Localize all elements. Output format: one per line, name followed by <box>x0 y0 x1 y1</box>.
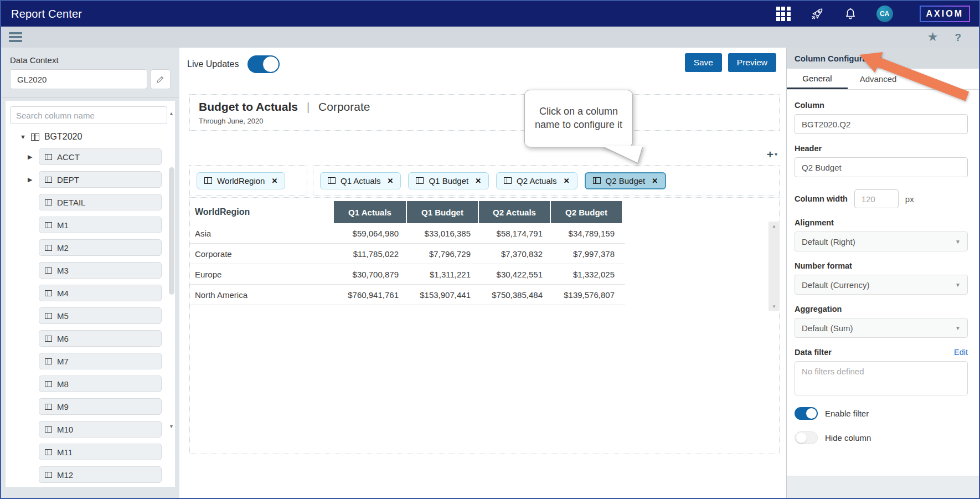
column-field[interactable] <box>795 114 968 134</box>
scroll-up-icon[interactable]: ▲ <box>768 224 780 229</box>
enable-filter-label: Enable filter <box>825 409 869 418</box>
tree-item-label: M5 <box>57 311 69 321</box>
chevron-down-icon: ▾ <box>775 151 777 157</box>
column-icon <box>45 267 52 274</box>
main-content: Live Updates Save Preview Budget to Actu… <box>179 48 786 498</box>
app-title: Report Center <box>11 8 82 20</box>
value-cell: $30,700,879 <box>334 264 406 284</box>
remove-chip-icon[interactable]: ✕ <box>475 177 481 185</box>
notifications-bell-icon[interactable] <box>843 7 858 21</box>
live-updates-toggle[interactable] <box>247 55 280 73</box>
table-header-cell[interactable]: Q2 Actuals <box>478 201 550 223</box>
tree-column-chip[interactable]: M3 <box>39 262 162 279</box>
tree-column-chip[interactable]: M9 <box>39 398 162 415</box>
value-cell: $58,174,791 <box>478 223 550 243</box>
tree-column-chip[interactable]: M2 <box>39 239 162 256</box>
remove-chip-icon[interactable]: ✕ <box>388 177 394 185</box>
menu-hamburger-icon[interactable] <box>9 32 22 42</box>
callout-tail <box>599 146 646 166</box>
chevron-right-icon[interactable]: ▶ <box>28 153 32 161</box>
column-icon <box>45 154 52 160</box>
filter-definition-box[interactable]: No filters defined <box>795 361 968 395</box>
remove-chip-icon[interactable]: ✕ <box>564 177 570 185</box>
header-field[interactable] <box>795 157 968 177</box>
table-header-cell[interactable]: Q2 Budget <box>550 201 622 223</box>
tree-column-chip[interactable]: M10 <box>39 421 162 438</box>
tree-scroll-up-icon[interactable]: ▲ <box>169 111 174 116</box>
tree-root-bgt2020[interactable]: ▼ BGT2020 <box>20 132 175 142</box>
tree-item: ▶DEPT <box>6 171 175 194</box>
column-width-input[interactable] <box>854 189 899 208</box>
tree-column-chip[interactable]: M4 <box>39 285 162 301</box>
edit-data-context-button[interactable] <box>151 69 171 89</box>
data-context-label: Data Context <box>10 55 179 65</box>
tree-scroll-down-icon[interactable]: ▼ <box>169 424 174 429</box>
tree-item-label: DETAIL <box>57 198 85 207</box>
tab-general[interactable]: General <box>787 69 848 89</box>
report-table: WorldRegionQ1 ActualsQ1 BudgetQ2 Actuals… <box>190 201 625 305</box>
data-context-input[interactable] <box>10 69 147 89</box>
chevron-down-icon[interactable]: ▼ <box>20 133 26 140</box>
tree-item: ▶ACCT <box>6 148 175 171</box>
tree-column-chip[interactable]: DETAIL <box>39 194 162 210</box>
alignment-select[interactable]: Default (Right) ▼ <box>795 232 968 251</box>
column-icon <box>593 177 601 184</box>
app-grid-icon[interactable] <box>776 7 791 21</box>
column-chip[interactable]: Q2 Actuals✕ <box>496 172 577 189</box>
column-chip[interactable]: Q1 Budget✕ <box>408 172 489 189</box>
row-label-cell: Corporate <box>190 244 334 264</box>
chevron-down-icon: ▼ <box>955 325 961 331</box>
favorite-star-icon[interactable]: ★ <box>927 31 938 43</box>
grid-scrollbar[interactable]: ▲ ▼ <box>768 222 780 311</box>
tree-column-chip[interactable]: M11 <box>39 444 162 460</box>
rocket-icon[interactable] <box>809 7 824 22</box>
tree-column-chip[interactable]: M7 <box>39 353 162 369</box>
user-avatar[interactable]: CA <box>876 6 893 22</box>
aggregation-select[interactable]: Default (Sum) ▼ <box>795 318 968 338</box>
preview-button[interactable]: Preview <box>728 53 776 72</box>
column-icon <box>45 245 52 251</box>
column-chip[interactable]: Q1 Actuals✕ <box>320 172 401 189</box>
tree-item-label: M3 <box>57 266 69 275</box>
report-title-section[interactable]: Budget to Actuals | Corporate Through Ju… <box>189 94 780 131</box>
value-cell: $7,997,378 <box>550 244 622 264</box>
header-label: Header <box>795 144 968 153</box>
tree-column-chip[interactable]: M6 <box>39 330 162 347</box>
search-column-input[interactable] <box>10 106 167 124</box>
tab-advanced[interactable]: Advanced <box>848 69 909 89</box>
remove-chip-icon[interactable]: ✕ <box>652 177 658 185</box>
app-window: Report Center CA AXIOM ★ ? Data <box>0 0 980 499</box>
column-chip[interactable]: Q2 Budget✕ <box>585 172 667 189</box>
number-format-select[interactable]: Default (Currency) ▼ <box>795 275 968 295</box>
enable-filter-toggle[interactable] <box>795 407 818 420</box>
table-header-cell[interactable]: Q1 Budget <box>406 201 478 223</box>
edit-filter-link[interactable]: Edit <box>954 348 968 357</box>
value-cell: $153,907,441 <box>406 285 478 305</box>
save-button[interactable]: Save <box>685 53 722 72</box>
tree-column-chip[interactable]: DEPT <box>39 171 162 188</box>
tree-scrollbar-thumb[interactable] <box>169 167 174 295</box>
hide-column-toggle[interactable] <box>795 431 818 444</box>
column-chip[interactable]: WorldRegion✕ <box>197 172 285 189</box>
tree-item-list: ▶ACCT▶DEPTDETAILM1M2M3M4M5M6M7M8M9M10M11… <box>6 148 175 487</box>
toolbar: ★ ? <box>1 27 979 48</box>
tree-column-chip[interactable]: ACCT <box>39 148 162 165</box>
chip-label: Q2 Budget <box>606 176 646 186</box>
tree-item: M5 <box>6 307 175 330</box>
remove-chip-icon[interactable]: ✕ <box>271 177 277 185</box>
add-column-button[interactable]: + ▾ <box>767 148 777 160</box>
column-configuration-panel: Column Configuration General Advanced Co… <box>786 48 979 498</box>
tree-column-chip[interactable]: M12 <box>39 466 162 483</box>
tree-item-label: ACCT <box>57 152 80 162</box>
column-icon <box>45 336 52 342</box>
table-header-cell[interactable]: Q1 Actuals <box>334 201 406 223</box>
chevron-right-icon[interactable]: ▶ <box>28 176 32 183</box>
value-cell: $30,422,551 <box>478 264 550 284</box>
tree-item: M2 <box>6 239 175 262</box>
tree-column-chip[interactable]: M8 <box>39 375 162 392</box>
tree-column-chip[interactable]: M1 <box>39 217 162 233</box>
panel-tabs: General Advanced <box>787 69 979 90</box>
help-icon[interactable]: ? <box>955 32 961 43</box>
tree-column-chip[interactable]: M5 <box>39 307 162 324</box>
scroll-down-icon[interactable]: ▼ <box>768 304 780 309</box>
